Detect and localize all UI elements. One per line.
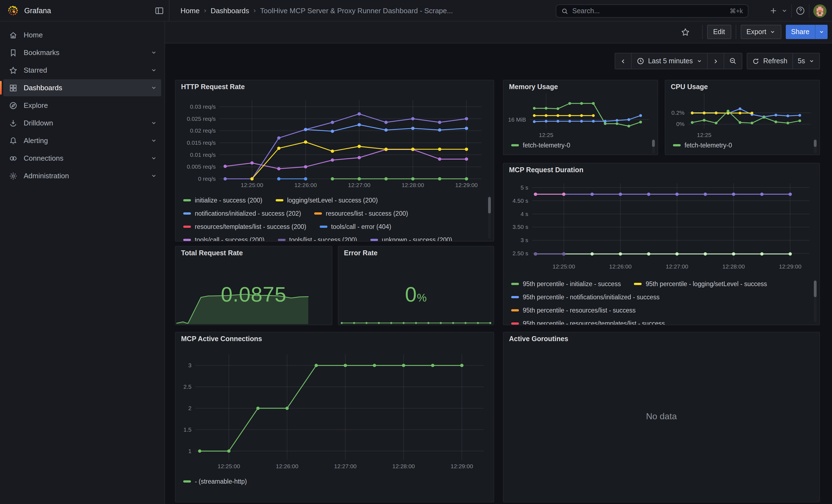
svg-text:12:25:00: 12:25:00 [218,463,240,469]
svg-text:1.5: 1.5 [183,426,191,433]
legend-scrollbar[interactable] [652,139,655,154]
sidebar-item-home[interactable]: Home [3,26,161,44]
sidebar-nav: HomeBookmarksStarredDashboardsExploreDri… [0,22,165,504]
legend-label: 95th percentile - logging/setLevel - suc… [646,281,767,287]
chevron-down-icon [770,29,775,35]
svg-text:0.03 req/s: 0.03 req/s [190,103,216,110]
star-icon [9,66,18,75]
svg-text:1: 1 [188,448,191,454]
sidebar-item-bookmarks[interactable]: Bookmarks [3,44,161,61]
legend-label: tools/call - success (200) [195,237,264,241]
legend-item[interactable]: 95th percentile - initialize - success [511,281,621,287]
legend-item[interactable]: 95th percentile - logging/setLevel - suc… [634,281,767,287]
collapse-sidebar-icon[interactable] [155,6,164,15]
time-range-label: Last 5 minutes [648,57,693,65]
avatar[interactable] [813,4,827,17]
chevron-down-icon[interactable] [151,67,157,73]
edit-button[interactable]: Edit [707,25,731,39]
refresh-button[interactable]: Refresh [747,53,793,69]
share-chevron-down-icon[interactable] [815,25,828,39]
favorite-star-icon[interactable] [681,27,690,36]
legend-swatch [511,322,519,325]
legend-swatch [370,239,378,241]
legend-swatch [183,199,191,202]
export-button[interactable]: Export [740,25,781,39]
zoom-out-button[interactable] [724,53,742,69]
chevron-down-icon[interactable] [151,50,157,56]
legend-item[interactable]: fetch-telemetry-0 [673,142,732,149]
legend-label: initialize - success (200) [195,197,262,204]
panel-error-rate: Error Rate 0% [338,246,494,325]
legend-swatch [511,144,519,147]
legend-item[interactable]: logging/setLevel - success (200) [276,197,378,204]
legend-item[interactable]: 95th percentile - resources/list - succe… [511,307,635,314]
time-forward-button[interactable] [708,53,724,69]
legend-item[interactable]: 95th percentile - notifications/initiali… [511,294,659,300]
legend-label: logging/setLevel - success (200) [287,197,378,204]
svg-text:0%: 0% [676,121,684,127]
legend-scrollbar[interactable] [814,139,816,154]
sidebar-item-administration[interactable]: Administration [3,167,161,184]
legend-item[interactable]: unknown - success (200) [370,237,452,241]
legend-scrollbar[interactable] [488,196,491,239]
svg-text:0.005 req/s: 0.005 req/s [187,163,216,170]
legend-swatch [511,296,519,298]
legend-scrollbar[interactable] [814,280,816,322]
chevron-down-icon[interactable] [151,173,157,179]
refresh-interval-picker[interactable]: 5s [793,53,820,69]
svg-text:12:25: 12:25 [697,132,711,138]
sidebar-item-drilldown[interactable]: Drilldown [3,114,161,132]
legend-swatch [673,144,681,147]
connections-legend: - (streamable-http) [183,475,484,492]
add-icon[interactable] [769,7,778,15]
legend-swatch [183,226,191,228]
legend-swatch [183,480,191,482]
svg-text:12:28:00: 12:28:00 [392,463,415,469]
legend-item[interactable]: resources/list - success (200) [314,210,408,217]
grafana-logo-icon[interactable] [7,5,19,16]
search-input[interactable]: Search... ⌘+k [556,4,748,18]
legend-item[interactable]: initialize - success (200) [183,197,262,204]
legend-swatch [183,239,191,241]
http-legend: initialize - success (200)logging/setLev… [183,194,484,241]
sidebar-item-dashboards[interactable]: Dashboards [3,79,161,96]
legend-item[interactable]: tools/call - error (404) [319,223,391,230]
legend-item[interactable]: 95th percentile - resources/templates/li… [511,320,665,325]
chevron-down-icon [809,58,814,64]
refresh-interval-label: 5s [798,57,805,65]
chevron-down-icon[interactable] [151,85,157,91]
legend-label: 95th percentile - resources/templates/li… [523,320,665,325]
panel-total-request-rate: Total Request Rate 0.0875 [175,246,332,325]
sidebar-item-explore[interactable]: Explore [3,97,161,114]
svg-text:12:25:00: 12:25:00 [241,182,263,188]
chevron-down-icon[interactable] [151,120,157,126]
breadcrumb-home[interactable]: Home [181,6,200,15]
breadcrumb-dashboards[interactable]: Dashboards [210,6,249,15]
time-range-picker[interactable]: Last 5 minutes [631,53,708,69]
legend-item[interactable]: tools/call - success (200) [183,237,264,241]
add-chevron-down-icon[interactable] [781,8,787,14]
share-button[interactable]: Share [785,25,815,39]
legend-item[interactable]: resources/templates/list - success (200) [183,223,306,230]
grafana-app: Grafana Home › Dashboards › ToolHive MCP… [0,0,832,504]
svg-text:12:28:00: 12:28:00 [402,182,424,188]
sidebar-item-label: Alerting [24,136,145,145]
breadcrumb-separator: › [254,7,256,14]
time-back-button[interactable] [614,53,631,69]
legend-item[interactable]: fetch-telemetry-0 [511,142,570,149]
gear-icon [9,171,18,180]
chevron-down-icon[interactable] [151,137,157,143]
sidebar-item-starred[interactable]: Starred [3,62,161,79]
bell-icon [9,136,18,145]
brand: Grafana [0,5,151,16]
legend-item[interactable]: - (streamable-http) [183,478,247,485]
svg-text:12:29:00: 12:29:00 [456,182,478,188]
chevron-down-icon[interactable] [151,155,157,161]
share-label: Share [791,28,809,36]
legend-item[interactable]: tools/list - success (200) [278,237,357,241]
help-icon[interactable] [796,6,805,16]
sidebar-item-connections[interactable]: Connections [3,150,161,167]
legend-item[interactable]: notifications/initialized - success (202… [183,210,301,217]
sidebar-item-alerting[interactable]: Alerting [3,132,161,149]
sidebar-item-label: Administration [24,172,145,180]
